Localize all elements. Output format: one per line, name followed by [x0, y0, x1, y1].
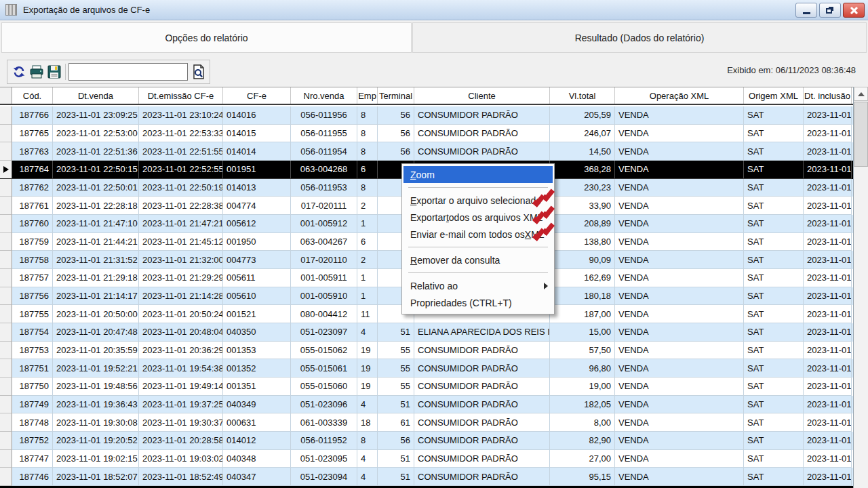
- cell-operacao: VENDA: [615, 125, 744, 143]
- menu-item-propriedades-ctrl-t[interactable]: Propriedades (CTRL+T): [402, 294, 554, 311]
- cell-vl_total: 182,05: [550, 396, 615, 414]
- cell-operacao: VENDA: [615, 233, 744, 251]
- cell-cfe: 001950: [223, 233, 291, 251]
- minimize-button[interactable]: [795, 3, 817, 18]
- table-row[interactable]: 1877482023-11-01 19:30:082023-11-01 19:3…: [0, 413, 853, 432]
- cell-operacao: VENDA: [615, 432, 744, 450]
- column-header-vl_total[interactable]: Vl.total: [550, 87, 615, 104]
- cell-dt_inclusao: 2023-11-01: [804, 142, 852, 161]
- window-title: Exportação de arquivos de CF-e: [23, 5, 150, 15]
- cell-cod: 187753: [12, 342, 53, 360]
- menu-item-exportar-todos-os-arquivos-xml[interactable]: Exportar todos os arquivos XML: [402, 209, 554, 226]
- cell-terminal: 56: [378, 106, 414, 125]
- cell-emp: 8: [357, 179, 378, 197]
- cell-emp: 4: [357, 450, 378, 468]
- cell-cod: 187751: [12, 359, 53, 378]
- table-row[interactable]: 1877662023-11-01 23:09:252023-11-01 23:1…: [0, 106, 853, 125]
- cell-cod: 187756: [12, 287, 53, 306]
- column-header-emp[interactable]: Emp: [357, 87, 378, 104]
- cell-dt_venda: 2023-11-01 19:36:43: [53, 396, 139, 414]
- column-header-origem[interactable]: Origem XML: [744, 87, 804, 104]
- cell-cliente: CONSUMIDOR PADRÃO: [414, 342, 550, 360]
- scrollbar-thumb[interactable]: [854, 102, 868, 167]
- cell-operacao: VENDA: [615, 161, 744, 179]
- menu-item-remover-da-consulta[interactable]: Remover da consulta: [402, 251, 554, 268]
- table-row[interactable]: 1877652023-11-01 22:53:002023-11-01 22:5…: [0, 125, 853, 143]
- cell-operacao: VENDA: [615, 197, 744, 215]
- table-row[interactable]: 1877542023-11-01 20:47:482023-11-01 20:4…: [0, 323, 853, 342]
- column-header-cod[interactable]: Cód.: [12, 87, 53, 104]
- tab-report-result[interactable]: Resultado (Dados do relatório): [412, 22, 867, 53]
- cell-vl_total: 138,80: [550, 233, 615, 251]
- cell-dt_venda: 2023-11-01 19:30:08: [53, 413, 139, 432]
- cell-dt_venda: 2023-11-01 18:52:07: [53, 468, 139, 486]
- vertical-scrollbar[interactable]: [853, 87, 868, 488]
- cell-dt_emissao: 2023-11-01 21:29:29: [139, 269, 223, 287]
- column-header-terminal[interactable]: Terminal: [378, 87, 414, 104]
- toolbar: [7, 60, 210, 84]
- table-row[interactable]: 1877522023-11-01 19:20:522023-11-01 20:2…: [0, 432, 853, 450]
- menu-item-zoom[interactable]: Zoom: [403, 166, 553, 183]
- column-header-nro_venda[interactable]: Nro.venda: [291, 87, 357, 104]
- report-preview-icon: [192, 64, 205, 79]
- cell-emp: 4: [357, 323, 378, 342]
- scroll-up-icon: [858, 92, 865, 96]
- table-row[interactable]: 1877502023-11-01 19:48:562023-11-01 19:4…: [0, 378, 853, 396]
- cell-cod: 187748: [12, 413, 53, 432]
- menu-item-exportar-o-arquivo-selecionado[interactable]: Exportar o arquivo selecionado: [402, 192, 554, 209]
- close-button[interactable]: [843, 3, 865, 18]
- menu-item-relativo-ao[interactable]: Relativo ao: [402, 277, 554, 294]
- refresh-button[interactable]: [11, 63, 27, 81]
- column-header-dt_inclusao[interactable]: Dt. inclusão: [804, 87, 852, 104]
- tab-bar: Opções do relatório Resultado (Dados do …: [1, 22, 867, 53]
- column-header-dt_emissao[interactable]: Dt.emissão CF-e: [139, 87, 223, 104]
- cell-vl_total: 15,00: [550, 323, 615, 342]
- table-row[interactable]: 1877462023-11-01 18:52:072023-11-01 18:5…: [0, 468, 853, 486]
- cell-cod: 187752: [12, 432, 53, 450]
- table-row[interactable]: 1877532023-11-01 20:35:592023-11-01 20:3…: [0, 342, 853, 360]
- cell-operacao: VENDA: [615, 251, 744, 269]
- print-button[interactable]: [28, 63, 45, 81]
- titlebar[interactable]: Exportação de arquivos de CF-e: [0, 0, 868, 20]
- menu-item-enviar-e-mail-com-todos-os-xml[interactable]: Enviar e-mail com todos os XML: [402, 226, 554, 243]
- cell-vl_total: 14,50: [550, 142, 615, 161]
- row-gutter-cell: [0, 142, 12, 161]
- table-row[interactable]: 1877632023-11-01 22:51:362023-11-01 22:5…: [0, 142, 853, 161]
- cell-cliente: CONSUMIDOR PADRÃO: [414, 142, 550, 161]
- table-row[interactable]: 1877492023-11-01 19:36:432023-11-01 19:3…: [0, 396, 853, 414]
- cell-dt_venda: 2023-11-01 20:35:59: [53, 342, 139, 360]
- preview-button[interactable]: [189, 62, 208, 81]
- cell-dt_venda: 2023-11-01 23:09:25: [53, 106, 139, 125]
- search-input[interactable]: [68, 63, 188, 81]
- cell-nro_venda: 055-015062: [291, 342, 357, 360]
- cell-cfe: 040349: [223, 396, 291, 414]
- tab-report-options[interactable]: Opções do relatório: [1, 22, 412, 53]
- cell-cfe: 014012: [223, 432, 291, 450]
- column-header-dt_venda[interactable]: Dt.venda: [53, 87, 139, 104]
- column-header-cfe[interactable]: CF-e: [223, 87, 291, 104]
- grid-header-row: Cód.Dt.vendaDt.emissão CF-eCF-eNro.venda…: [0, 87, 853, 105]
- cell-origem: SAT: [744, 342, 804, 360]
- cell-dt_emissao: 2023-11-01 19:49:14: [139, 378, 223, 396]
- restore-button[interactable]: [819, 3, 841, 18]
- table-row[interactable]: 1877472023-11-01 19:02:152023-11-01 19:0…: [0, 450, 853, 468]
- cell-emp: 2: [357, 197, 378, 215]
- cell-cliente: CONSUMIDOR PADRÃO: [414, 413, 550, 432]
- save-button[interactable]: [46, 63, 62, 81]
- cell-terminal: 51: [378, 450, 414, 468]
- row-gutter-cell: [0, 215, 12, 233]
- cell-cod: 187758: [12, 251, 53, 269]
- column-header-operacao[interactable]: Operação XML: [615, 87, 744, 104]
- app-icon: [5, 4, 17, 16]
- cell-dt_emissao: 2023-11-01 23:10:24: [139, 106, 223, 125]
- cell-dt_inclusao: 2023-11-01: [804, 251, 852, 269]
- scroll-up-button[interactable]: [854, 87, 868, 101]
- cell-cliente: CONSUMIDOR PADRÃO: [414, 125, 550, 143]
- cell-origem: SAT: [744, 269, 804, 287]
- cell-dt_venda: 2023-11-01 19:20:52: [53, 432, 139, 450]
- cell-dt_emissao: 2023-11-01 22:28:38: [139, 197, 223, 215]
- cell-origem: SAT: [744, 106, 804, 125]
- table-row[interactable]: 1877512023-11-01 19:52:212023-11-01 19:5…: [0, 359, 853, 378]
- cell-emp: 8: [357, 432, 378, 450]
- column-header-cliente[interactable]: Cliente: [414, 87, 550, 104]
